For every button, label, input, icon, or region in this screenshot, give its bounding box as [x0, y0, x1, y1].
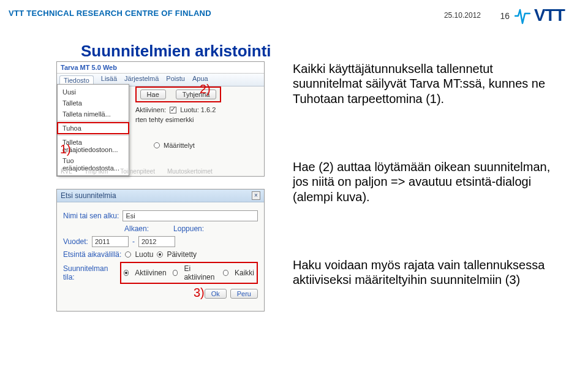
aktiivinen-label: Aktiivinen:	[135, 106, 166, 113]
svg-text:VTT: VTT	[534, 6, 565, 25]
radio-aktiivinen-label: Aktiivinen	[135, 269, 166, 277]
screenshot-app: Tarva MT 5.0 Web Tiedosto Lisää Järjeste…	[56, 61, 265, 177]
file-menu-talleta[interactable]: Talleta	[58, 98, 129, 109]
screenshot-search-dialog: Etsi suunnitelmia × Nimi tai sen alku: E…	[56, 189, 265, 312]
callout-2: 2)	[200, 82, 211, 96]
radio-kaikki[interactable]	[223, 270, 228, 276]
paragraph-2: Hae (2) auttaa löytämään oikean suunnite…	[293, 159, 556, 204]
menu-lisaa[interactable]: Lisää	[101, 75, 117, 85]
dialog-title: Etsi suunnitelmia	[61, 191, 116, 200]
dialog-body: Nimi tai sen alku: Esi Alkaen: Loppuen: …	[57, 202, 264, 304]
tila-highlight-box: Aktiivinen Ei aktiivinen Kaikki	[120, 262, 258, 284]
ok-button[interactable]: Ok	[205, 289, 227, 299]
esimerkki-text: rten tehty esimerkki	[135, 116, 194, 123]
tila-label: Suunnitelman tila:	[63, 264, 116, 281]
radio-kaikki-label: Kaikki	[235, 269, 254, 277]
aikavali-label: Etsintä aikavälillä:	[63, 250, 121, 259]
radio-aktiivinen[interactable]	[124, 270, 129, 276]
menu-poistu[interactable]: Poistu	[166, 75, 185, 85]
name-input[interactable]: Esi	[123, 210, 258, 221]
name-label: Nimi tai sen alku:	[63, 212, 119, 220]
radio-ei-aktiivinen-label: Ei aktiivinen	[184, 264, 217, 281]
faint-column-headers: KVL Tmp lkm Toimenpiteet Muutoskertoimet	[61, 168, 213, 175]
year-from-input[interactable]: 2011	[92, 236, 129, 247]
radio-paivitetty[interactable]	[157, 251, 163, 258]
aktiivinen-checkbox[interactable]	[170, 107, 176, 113]
org-name: VTT TECHNICAL RESEARCH CENTRE OF FINLAND	[9, 9, 211, 18]
file-menu-talleta-nimella[interactable]: Talleta nimellä...	[58, 109, 129, 120]
radio-paivitetty-label: Päivitetty	[167, 250, 197, 259]
paragraph-1: Kaikki käyttäjätunnuksella tallennetut s…	[293, 61, 556, 106]
heartbeat-icon	[514, 5, 530, 26]
luotu-label: Luotu: 1.6.2	[180, 106, 216, 113]
hae-button[interactable]: Hae	[140, 90, 166, 99]
maarittelyt-label: Määrittelyt	[164, 142, 195, 149]
close-icon[interactable]: ×	[252, 191, 260, 200]
paragraph-3: Haku voidaan myös rajata vain tallennuks…	[293, 258, 556, 288]
app-window-title: Tarva MT 5.0 Web	[57, 62, 264, 74]
menu-jarjestelma[interactable]: Järjestelmä	[124, 75, 159, 85]
file-menu-uusi[interactable]: Uusi	[58, 86, 129, 98]
col-tmp: Tmp lkm	[85, 168, 108, 175]
callout-1: 1)	[60, 142, 71, 156]
col-kvl: KVL	[61, 168, 72, 175]
vtt-logo: VTT	[514, 4, 582, 27]
slide-title: Suunnitelmien arkistointi	[81, 42, 271, 61]
vtt-wordmark: VTT	[534, 5, 578, 26]
slide-date: 25.10.2012	[444, 11, 481, 20]
col-toimenpiteet: Toimenpiteet	[120, 168, 155, 175]
radio-ei-aktiivinen[interactable]	[173, 270, 178, 276]
slide-number: 16	[500, 11, 510, 21]
radio-luotu-label: Luotu	[135, 250, 153, 259]
maarittelyt-radio[interactable]	[154, 142, 160, 148]
vuodet-label: Vuodet:	[63, 237, 88, 246]
alkaen-label: Alkaen:	[124, 224, 149, 233]
year-to-input[interactable]: 2012	[138, 236, 175, 247]
file-menu-tuhoa[interactable]: Tuhoa	[58, 123, 129, 134]
radio-luotu[interactable]	[125, 251, 131, 258]
year-dash: -	[132, 237, 135, 246]
menu-separator	[58, 135, 129, 136]
menu-separator	[58, 121, 129, 121]
peru-button[interactable]: Peru	[230, 289, 258, 299]
file-menu-dropdown: Uusi Talleta Talleta nimellä... Tuhoa Ta…	[57, 84, 129, 176]
dialog-titlebar: Etsi suunnitelmia ×	[57, 189, 264, 202]
slide-header: VTT TECHNICAL RESEARCH CENTRE OF FINLAND…	[0, 0, 588, 29]
callout-3: 3)	[194, 286, 205, 300]
col-muutos: Muutoskertoimet	[167, 168, 213, 175]
loppuen-label: Loppuen:	[173, 224, 204, 233]
app-right-panel: Hae Tyhjennä Aktiivinen: Luotu: 1.6.2 rt…	[129, 84, 262, 151]
